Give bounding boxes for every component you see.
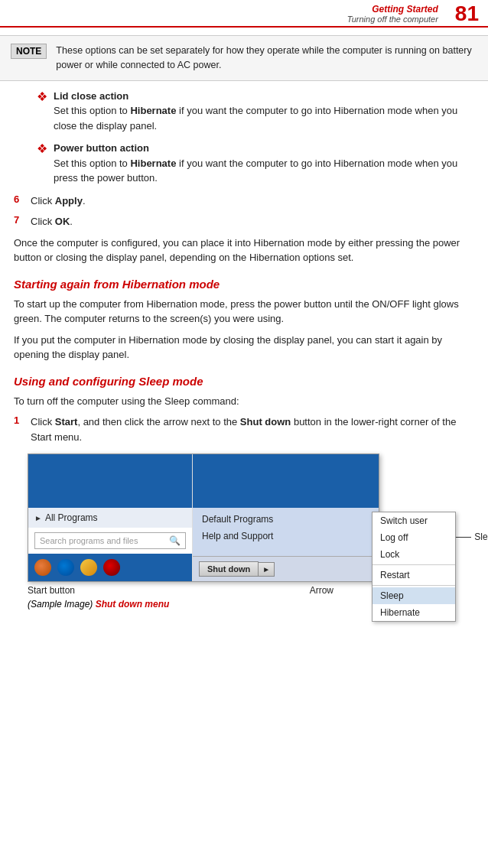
section1-para1: To start up the computer from Hibernatio… <box>14 297 474 327</box>
flyout-sleep[interactable]: Sleep <box>373 587 455 604</box>
label-start-button: Start button <box>28 585 75 596</box>
main-content: ❖ Lid close action Set this option to Hi… <box>0 89 488 627</box>
menu-left-top <box>28 454 192 508</box>
ie-icon[interactable] <box>57 559 74 576</box>
windows-orb-icon[interactable] <box>34 559 51 576</box>
step-6-bold: Apply <box>55 195 83 206</box>
section1-heading: Starting again from Hibernation mode <box>14 278 474 291</box>
step-1-num: 1 <box>14 414 31 426</box>
search-placeholder-text: Search programs and files <box>40 536 138 545</box>
diamond-icon-2: ❖ <box>37 141 47 158</box>
bullet-body-lid: Set this option to Hibernate if you want… <box>54 105 457 132</box>
image-container: ► All Programs Search programs and files… <box>28 454 425 610</box>
bullet-content-power: Power button action Set this option to H… <box>54 141 474 186</box>
shutdown-arrow-button[interactable]: ► <box>259 562 275 577</box>
bullet-title-lid: Lid close action <box>54 90 129 102</box>
menu-item-help[interactable]: Help and Support <box>193 528 379 545</box>
image-caption: (Sample Image) Shut down menu <box>28 599 425 610</box>
step-1-sleep: 1 Click Start, and then click the arrow … <box>14 414 474 444</box>
menu-left-bottom <box>28 554 192 581</box>
step1-bold-start: Start <box>55 416 78 427</box>
folder-icon[interactable] <box>80 559 97 576</box>
all-programs-label: All Programs <box>45 512 98 523</box>
caption-text: Shut down menu <box>93 599 169 610</box>
bullet-bold-power: Hibernate <box>130 158 176 169</box>
menu-item-default-programs[interactable]: Default Programs <box>193 511 379 528</box>
flyout-divider-2 <box>373 585 455 586</box>
caption-prefix: (Sample Image) <box>28 599 93 610</box>
step-7-num: 7 <box>14 214 31 226</box>
step-6-num: 6 <box>14 193 31 205</box>
arrow-right-icon: ► <box>34 514 42 522</box>
bullet-title-power: Power button action <box>54 142 149 154</box>
menu-right-top <box>193 454 379 508</box>
note-text: These options can be set separately for … <box>56 44 477 73</box>
step-7-text: Click OK. <box>31 214 73 229</box>
diamond-icon: ❖ <box>37 89 47 106</box>
shutdown-button[interactable]: Shut down <box>199 561 259 577</box>
flyout-lock[interactable]: Lock <box>373 546 455 563</box>
section2-intro: To turn off the computer using the Sleep… <box>14 394 474 409</box>
flyout-restart[interactable]: Restart <box>373 567 455 584</box>
bullet-item-lid: ❖ Lid close action Set this option to Hi… <box>37 89 474 134</box>
sleep-label: Sleep <box>474 532 488 542</box>
bullet-bold-lid: Hibernate <box>130 105 176 116</box>
step-6: 6 Click Apply. <box>14 193 474 209</box>
step-1-text: Click Start, and then click the arrow ne… <box>31 414 474 444</box>
page-header: Getting Started Turning off the computer… <box>0 0 488 28</box>
header-text-block: Getting Started Turning off the computer <box>347 4 438 24</box>
bullet-content-lid: Lid close action Set this option to Hibe… <box>54 89 474 134</box>
shutdown-row: Shut down ► <box>193 556 379 581</box>
bullet-body-power: Set this option to Hibernate if you want… <box>54 158 457 184</box>
flyout-divider-1 <box>373 564 455 565</box>
menu-right-items: Default Programs Help and Support <box>193 508 379 556</box>
bullet-item-power: ❖ Power button action Set this option to… <box>37 141 474 186</box>
start-menu-image: ► All Programs Search programs and files… <box>28 454 379 582</box>
para-hibernation: Once the computer is configured, you can… <box>14 236 474 265</box>
search-icon: 🔍 <box>169 535 181 546</box>
menu-right-panel: Default Programs Help and Support Shut d… <box>193 454 379 581</box>
note-box: NOTE These options can be set separately… <box>0 35 488 81</box>
media-icon[interactable] <box>103 559 120 576</box>
flyout-switch-user[interactable]: Switch user <box>373 512 455 529</box>
header-subtitle: Turning off the computer <box>347 15 438 24</box>
menu-left-panel: ► All Programs Search programs and files… <box>28 454 193 581</box>
note-label: NOTE <box>11 44 47 59</box>
all-programs-row[interactable]: ► All Programs <box>28 508 192 528</box>
header-title: Getting Started <box>347 4 438 15</box>
step1-bold-shutdown: Shut down <box>240 416 291 427</box>
search-bar[interactable]: Search programs and files 🔍 <box>34 532 186 549</box>
section1-para2: If you put the computer in Hibernation m… <box>14 333 474 362</box>
flyout-log-off[interactable]: Log off <box>373 529 455 546</box>
step-7-bold: OK <box>55 216 70 227</box>
section2-heading: Using and configuring Sleep mode <box>14 375 474 388</box>
flyout-hibernate[interactable]: Hibernate <box>373 604 455 621</box>
step-6-text: Click Apply. <box>31 193 86 209</box>
bullet-section: ❖ Lid close action Set this option to Hi… <box>37 89 474 186</box>
page-number: 81 <box>455 3 479 24</box>
image-labels: Start button Arrow <box>28 585 379 596</box>
step-7: 7 Click OK. <box>14 214 474 229</box>
flyout-menu: Switch user Log off Lock Restart Sleep H… <box>372 512 456 622</box>
label-arrow: Arrow <box>310 585 333 596</box>
